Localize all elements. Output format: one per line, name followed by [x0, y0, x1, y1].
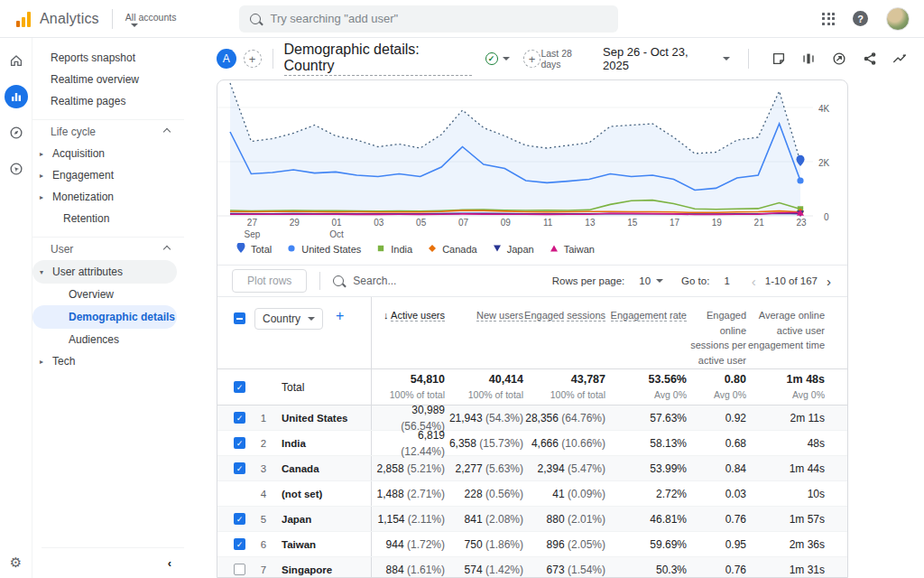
share-icon[interactable] [858, 47, 882, 70]
sidebar-item-realtime-overview[interactable]: Realtime overview [32, 69, 184, 90]
add-report-icon[interactable]: + [523, 50, 541, 68]
table-search-input[interactable]: Search... [333, 275, 396, 287]
section-user[interactable]: User [32, 237, 184, 260]
diamond-icon [427, 243, 438, 255]
column-header-engaged-online-sessions-per-active-user[interactable]: Engaged online sessions per active user [687, 297, 746, 368]
metric-cell: 2,277 (5.63%) [445, 461, 523, 477]
help-icon[interactable]: ? [853, 11, 868, 26]
expand-arrow-icon[interactable]: ▸ [40, 193, 52, 201]
chevron-down-icon[interactable] [723, 57, 730, 61]
goto-page-input[interactable]: 1 [724, 275, 729, 286]
page-title[interactable]: Demographic details: Country [284, 42, 472, 76]
next-page-icon[interactable]: › [823, 274, 835, 289]
column-header-new-users[interactable]: New users [445, 297, 523, 368]
legend-item-united-states[interactable]: United States [286, 243, 361, 255]
settings-gear-icon[interactable]: ⚙ [10, 555, 22, 571]
x-axis: 27Sep2901Oct0305070911131517192123 [218, 218, 814, 241]
expand-arrow-icon[interactable]: ▸ [40, 172, 52, 180]
legend-item-taiwan[interactable]: Taiwan [549, 243, 595, 255]
total-label: Total [282, 381, 304, 394]
legend-item-canada[interactable]: Canada [427, 243, 477, 255]
column-header-average-online-active-user-engagement-time[interactable]: Average online active user engagement ti… [746, 297, 825, 368]
sidebar-item-monetization[interactable]: ▸Monetization [32, 186, 184, 208]
sidebar-item-engagement[interactable]: ▸Engagement [32, 164, 184, 186]
legend-item-japan[interactable]: Japan [492, 243, 534, 255]
column-header-engagement-rate[interactable]: Engagement rate [605, 297, 687, 368]
column-header-engaged-sessions[interactable]: Engaged sessions [523, 297, 605, 368]
rows-per-page-select[interactable]: 10 [639, 275, 651, 286]
sidebar-item-user-attributes[interactable]: ▾User attributes [32, 260, 177, 284]
add-dimension-icon[interactable]: + [336, 308, 344, 324]
sidebar-item-retention[interactable]: Retention [32, 208, 184, 229]
advertising-icon[interactable] [5, 157, 28, 181]
select-all-checkbox[interactable] [234, 312, 245, 324]
total-checkbox[interactable]: ✓ [234, 381, 245, 393]
sidebar-item-tech[interactable]: ▸Tech [32, 350, 184, 372]
chevron-up-icon [163, 245, 171, 252]
plot-rows-button[interactable]: Plot rows [232, 269, 307, 293]
user-avatar[interactable] [886, 7, 910, 31]
metric-cell: 0.84 [687, 461, 746, 477]
metric-cell: 574 (1.42%) [445, 562, 523, 578]
explore-icon[interactable] [5, 121, 28, 144]
add-comparison-icon[interactable]: + [244, 50, 262, 68]
expand-arrow-icon[interactable]: ▸ [40, 358, 52, 366]
global-search-input[interactable]: Try searching "add user" [239, 5, 618, 33]
legend-item-total[interactable]: Total [236, 243, 272, 255]
x-axis-tick: 19 [712, 218, 722, 229]
sidebar-item-demographic-details[interactable]: Demographic details [32, 305, 177, 329]
sidebar-item-reports-snapshot[interactable]: Reports snapshot [32, 47, 184, 69]
insights-icon[interactable] [888, 47, 911, 70]
home-icon[interactable] [5, 49, 28, 72]
x-axis-tick: 13 [585, 218, 595, 229]
divider [748, 49, 749, 69]
sidebar-item-overview[interactable]: Overview [32, 284, 184, 305]
row-checkbox[interactable]: ✓ [234, 538, 245, 550]
search-icon [333, 275, 344, 286]
collapse-arrow-icon[interactable]: ▾ [40, 268, 52, 276]
metric-cell: 0.95 [687, 536, 746, 553]
date-range-value[interactable]: Sep 26 - Oct 23, 2025 [603, 45, 716, 72]
table-row-japan: ✓5Japan1,154 (2.11%)841 (2.08%)880 (2.01… [217, 507, 847, 532]
reports-icon[interactable] [5, 85, 28, 108]
collapse-sidebar-icon[interactable]: ‹ [168, 556, 171, 570]
table-row-united-states: ✓1United States30,989 (56.54%)21,943 (54… [217, 406, 847, 431]
row-checkbox[interactable]: ✓ [234, 437, 245, 449]
metric-cell: 0.68 [687, 435, 746, 452]
country-name: Taiwan [282, 539, 316, 550]
sidebar-item-acquisition[interactable]: ▸Acquisition [32, 143, 184, 164]
compare-icon[interactable] [798, 47, 821, 70]
sidebar-item-realtime-pages[interactable]: Realtime pages [32, 90, 184, 112]
metric-cell: 4,666 (10.66%) [523, 435, 605, 452]
metric-cell: 2,394 (5.47%) [523, 461, 605, 477]
x-axis-tick: 27Sep [245, 218, 261, 240]
metric-cell: 944 (1.72%) [372, 536, 445, 553]
metric-cell: 50.3% [605, 562, 687, 578]
report-avatar[interactable]: A [217, 49, 236, 69]
metric-cell: 53.99% [605, 461, 687, 477]
dimension-select[interactable]: Country [254, 308, 323, 330]
column-header-active-users[interactable]: ↓ Active users [372, 297, 445, 368]
account-switcher[interactable]: All accounts [125, 10, 177, 28]
explore-report-icon[interactable] [827, 47, 851, 70]
legend-item-india[interactable]: India [375, 243, 412, 255]
prev-page-icon[interactable]: ‹ [748, 274, 760, 289]
apps-grid-icon[interactable] [822, 13, 835, 25]
main-content: A + Demographic details: Country ✓ + Las… [184, 38, 924, 578]
total-cell: 53.56%Avg 0% [605, 372, 687, 401]
row-checkbox[interactable] [234, 564, 245, 575]
row-checkbox[interactable]: ✓ [234, 462, 245, 474]
report-status-badge[interactable]: ✓ [479, 51, 516, 67]
chevron-down-icon[interactable] [656, 279, 663, 283]
metric-cell: 57.63% [605, 410, 687, 426]
note-icon[interactable] [767, 47, 790, 70]
report-header: A + Demographic details: Country ✓ + Las… [184, 38, 924, 79]
chart-zone: 4K 2K 0 27Sep2901Oct03050709111315171921… [217, 80, 847, 265]
expand-arrow-icon[interactable]: ▸ [40, 150, 52, 158]
active-users-line-chart[interactable] [217, 80, 847, 221]
row-checkbox[interactable]: ✓ [234, 513, 245, 525]
row-checkbox[interactable]: ✓ [234, 412, 245, 424]
section-life-cycle[interactable]: Life cycle [32, 119, 184, 143]
sidebar-item-audiences[interactable]: Audiences [32, 329, 184, 350]
country-name: Canada [282, 463, 319, 474]
